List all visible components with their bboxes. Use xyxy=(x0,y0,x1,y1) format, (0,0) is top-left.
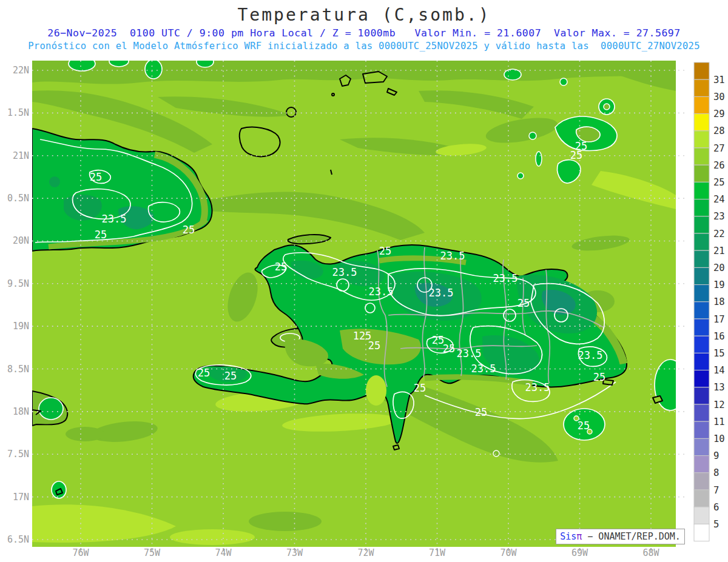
contour-label: 23.5 xyxy=(440,250,465,262)
colorbar-segment xyxy=(694,336,709,353)
colorbar-tick-label: 26 xyxy=(713,160,725,171)
contour-label: 25 xyxy=(414,382,426,394)
colorbar-tick-label: 5 xyxy=(713,519,719,530)
contour-label: 25 xyxy=(475,406,487,418)
colorbar-segment xyxy=(694,96,709,113)
colorbar-segment xyxy=(694,524,709,541)
colorbar-segment xyxy=(694,319,709,336)
lat-tick-label: 0.5N xyxy=(7,193,29,204)
colorbar-tick-label: 29 xyxy=(713,109,725,119)
colorbar-tick-label: 7 xyxy=(713,485,719,496)
contour-label: 23.5 xyxy=(429,287,454,299)
contour-label: 25 xyxy=(517,297,530,309)
lat-tick-label: 6.5N xyxy=(7,534,29,545)
lon-tick-label: 70W xyxy=(500,547,517,558)
lat-tick-label: 1.5N xyxy=(7,107,29,118)
colorbar-segment xyxy=(694,404,709,421)
colorbar-tick-label: 12 xyxy=(713,400,725,410)
colorbar-segment xyxy=(694,114,709,131)
lon-tick-label: 71W xyxy=(429,547,446,558)
colorbar-segment xyxy=(694,182,709,199)
colorbar-tick-label: 22 xyxy=(713,229,725,239)
attribution-box: Sisπ − ONAMET/REP.DOM. xyxy=(556,529,685,544)
lat-tick-label: 9.5N xyxy=(7,278,29,289)
colorbar-segment xyxy=(694,131,709,148)
colorbar-segment xyxy=(694,490,709,507)
lon-tick-label: 75W xyxy=(144,547,161,558)
contour-label: 23.5 xyxy=(578,349,603,361)
colorbar-tick-label: 16 xyxy=(713,331,725,342)
lat-tick-label: 17N xyxy=(13,492,29,503)
contour-label: 25 xyxy=(183,224,195,236)
colorbar-segment xyxy=(694,267,709,284)
jamaica-cool-spot xyxy=(39,398,63,420)
colorbar-segment xyxy=(694,507,709,524)
contour-label: 25 xyxy=(198,367,210,379)
temperature-map: 76W75W74W73W72W71W70W69W68W22N1.5N21N0.5… xyxy=(0,0,728,562)
lat-tick-label: 21N xyxy=(13,150,29,161)
colorbar-segment xyxy=(694,250,709,267)
colorbar-tick-label: 19 xyxy=(713,279,725,290)
contour-label: 23.5 xyxy=(332,266,357,278)
contour-label: 25 xyxy=(578,420,590,432)
colorbar-segment xyxy=(694,216,709,233)
attribution-pi-logo: π xyxy=(576,531,582,542)
lon-tick-label: 74W xyxy=(215,547,232,558)
lat-tick-label: 19N xyxy=(13,321,29,332)
contour-label: 23.5 xyxy=(102,213,127,225)
colorbar-segment xyxy=(694,62,709,79)
colorbar-tick-label: 18 xyxy=(713,296,725,307)
lon-tick-label: 73W xyxy=(286,547,303,558)
colorbar-tick-label: 21 xyxy=(713,246,725,256)
colorbar-tick-label: 20 xyxy=(713,263,725,273)
contour-label: 25 xyxy=(593,371,605,383)
colorbar-segment xyxy=(694,302,709,319)
lat-tick-label: 20N xyxy=(13,235,29,246)
colorbar-tick-label: 17 xyxy=(713,314,725,325)
colorbar-segment xyxy=(694,473,709,490)
contour-label: 25 xyxy=(224,370,237,382)
colorbar-segment xyxy=(694,233,709,250)
colorbar-segment xyxy=(694,285,709,302)
colorbar-segment xyxy=(694,148,709,165)
colorbar-segment xyxy=(694,79,709,96)
colorbar-legend: 3130292827262524232221201918171615141312… xyxy=(694,62,725,541)
colorbar-tick-label: 27 xyxy=(713,143,725,154)
contour-label: 23.5 xyxy=(525,381,550,393)
colorbar-tick-label: 11 xyxy=(713,416,725,427)
colorbar-tick-label: 6 xyxy=(713,502,719,513)
colorbar-tick-label: 31 xyxy=(713,75,725,85)
colorbar-tick-label: 8 xyxy=(713,467,719,478)
contour-label: 23.5 xyxy=(457,347,482,360)
lat-tick-label: 22N xyxy=(13,65,29,76)
lat-tick-label: 18N xyxy=(13,406,29,417)
colorbar-tick-label: 23 xyxy=(713,211,725,222)
attribution-text: − ONAMET/REP.DOM. xyxy=(582,531,681,542)
colorbar-segment xyxy=(694,421,709,438)
colorbar-segment xyxy=(694,370,709,387)
colorbar-tick-label: 10 xyxy=(713,433,725,444)
contour-label: 25 xyxy=(432,334,444,346)
lat-tick-label: 7.5N xyxy=(7,449,29,460)
contour-label: 25 xyxy=(90,171,102,183)
contour-label: 25 xyxy=(275,261,287,273)
colorbar-tick-label: 28 xyxy=(713,125,725,136)
colorbar-tick-label: 9 xyxy=(713,450,719,461)
lon-tick-label: 68W xyxy=(642,547,659,558)
colorbar-tick-label: 25 xyxy=(713,177,725,188)
colorbar-segment xyxy=(694,456,709,473)
colorbar-tick-label: 14 xyxy=(713,365,725,376)
lat-tick-label: 8.5N xyxy=(7,364,29,375)
contour-label: 23.5 xyxy=(471,363,496,375)
contour-label: 25 xyxy=(368,340,380,352)
colorbar-tick-label: 15 xyxy=(713,348,725,359)
contour-label: 25 xyxy=(443,343,455,355)
contour-label: 25 xyxy=(570,149,582,161)
colorbar-segment xyxy=(694,199,709,216)
colorbar-tick-label: 13 xyxy=(713,382,725,393)
contour-label: 25 xyxy=(379,245,391,257)
lon-tick-label: 72W xyxy=(357,547,374,558)
weather-map-page: Temperatura (C,somb.) 26−Nov−2025 0100 U… xyxy=(0,0,728,562)
colorbar-tick-label: 30 xyxy=(713,92,725,102)
lon-tick-label: 69W xyxy=(571,547,588,558)
